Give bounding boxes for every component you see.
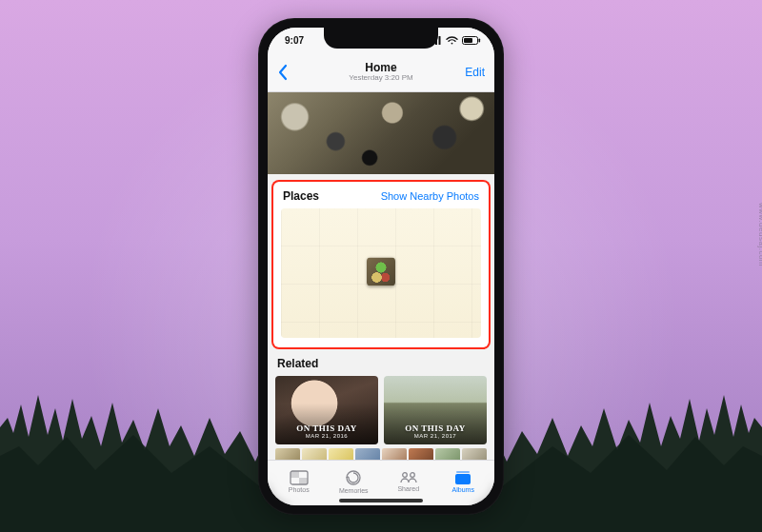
tab-label: Shared — [397, 485, 419, 492]
home-indicator[interactable] — [339, 499, 423, 502]
watermark: www.deusaj.com — [757, 202, 763, 266]
iphone-frame: 9:07 — [258, 18, 504, 515]
shared-icon — [399, 471, 418, 484]
related-card[interactable]: ON THIS DAY MAR 21, 2017 — [384, 376, 487, 444]
background-photo: www.deusaj.com 9:07 — [0, 0, 762, 532]
related-row: ON THIS DAY MAR 21, 2016 ON THIS DAY MAR… — [273, 376, 489, 444]
back-button[interactable] — [277, 64, 289, 81]
related-card[interactable]: ON THIS DAY MAR 21, 2016 — [275, 376, 378, 444]
related-section: Related ON THIS DAY MAR 21, 2016 ON THIS… — [273, 355, 489, 460]
scroll-content[interactable]: Places Show Nearby Photos Related ON THI… — [268, 92, 494, 460]
notch — [324, 28, 438, 49]
map-photo-pin[interactable] — [367, 257, 395, 286]
svg-rect-15 — [456, 471, 470, 473]
thumbnail[interactable] — [275, 448, 300, 460]
photos-icon — [290, 470, 309, 485]
status-time: 9:07 — [285, 35, 304, 46]
thumbnail[interactable] — [462, 448, 487, 460]
nav-bar: Home Yesterday 3:20 PM Edit — [268, 54, 494, 92]
tab-label: Photos — [289, 486, 310, 493]
svg-rect-16 — [455, 474, 471, 484]
nav-left — [277, 64, 315, 81]
show-nearby-link[interactable]: Show Nearby Photos — [381, 190, 479, 202]
svg-point-13 — [402, 473, 407, 478]
tab-photos[interactable]: Photos — [271, 470, 327, 493]
thumbnail[interactable] — [329, 448, 353, 460]
svg-point-14 — [410, 473, 414, 478]
albums-icon — [453, 470, 472, 485]
thumbnail[interactable] — [355, 448, 380, 460]
svg-rect-10 — [299, 478, 308, 484]
related-overline: ON THIS DAY — [296, 424, 357, 433]
iphone-screen: 9:07 — [268, 28, 494, 505]
related-date: MAR 21, 2016 — [306, 433, 348, 439]
nav-center: Home Yesterday 3:20 PM — [315, 62, 447, 83]
wifi-icon — [446, 36, 458, 45]
memories-icon — [345, 469, 362, 486]
hero-photo[interactable] — [268, 92, 494, 174]
svg-rect-6 — [464, 38, 472, 43]
svg-rect-3 — [439, 36, 441, 45]
thumbnail[interactable] — [382, 448, 407, 460]
thumbnail-strip — [273, 444, 489, 460]
related-date: MAR 21, 2017 — [414, 433, 456, 439]
svg-rect-9 — [291, 471, 299, 478]
tab-albums[interactable]: Albums — [436, 470, 491, 493]
related-overline: ON THIS DAY — [405, 424, 466, 433]
thumbnail[interactable] — [435, 448, 460, 460]
battery-icon — [462, 36, 481, 45]
thumbnail[interactable] — [302, 448, 327, 460]
tab-shared[interactable]: Shared — [381, 471, 436, 492]
nav-title: Home — [315, 62, 447, 74]
places-title: Places — [283, 189, 319, 203]
places-map[interactable] — [281, 208, 481, 338]
nav-subtitle: Yesterday 3:20 PM — [315, 74, 447, 83]
edit-button[interactable]: Edit — [447, 66, 485, 79]
related-title: Related — [273, 355, 489, 376]
thumbnail[interactable] — [409, 448, 433, 460]
places-header: Places Show Nearby Photos — [281, 189, 481, 203]
svg-point-4 — [451, 43, 453, 45]
svg-rect-7 — [479, 39, 481, 43]
tab-label: Memories — [339, 487, 369, 494]
places-card[interactable]: Places Show Nearby Photos — [273, 182, 489, 347]
tab-memories[interactable]: Memories — [327, 469, 382, 494]
tab-label: Albums — [452, 486, 474, 493]
